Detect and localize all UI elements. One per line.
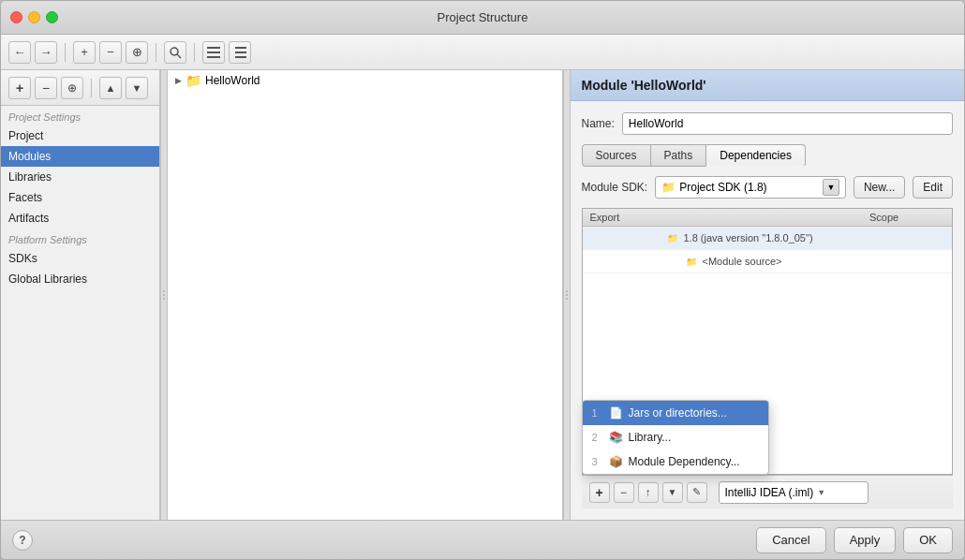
sidebar-item-sdks[interactable]: SDKs (1, 248, 159, 269)
svg-rect-7 (235, 56, 246, 58)
minimize-button[interactable] (28, 11, 40, 23)
deps-remove-button[interactable]: − (614, 482, 634, 503)
search-button[interactable] (164, 41, 186, 64)
export-select[interactable]: IntelliJ IDEA (.iml) ▼ (719, 481, 868, 504)
sidebar-item-facets[interactable]: Facets (1, 187, 159, 208)
tab-dependencies-label: Dependencies (720, 149, 792, 162)
collapse-button[interactable] (229, 41, 251, 64)
add-button[interactable]: + (73, 41, 96, 64)
name-input[interactable] (622, 112, 953, 135)
left-move-up-button[interactable]: ▲ (99, 77, 122, 99)
footer: ? Cancel Apply OK (1, 520, 964, 559)
tab-dependencies[interactable]: Dependencies (705, 144, 806, 167)
sdk-select[interactable]: 📁 Project SDK (1.8) ▼ (655, 176, 846, 199)
dropdown-item-library-label: Library... (629, 431, 672, 444)
dropdown-item-jars-icon: 📄 (609, 406, 623, 420)
col-scope: Scope (869, 212, 944, 223)
toolbar-separator-2 (156, 43, 156, 62)
tree-item-helloworld[interactable]: ▶ 📁 HelloWorld (168, 70, 562, 91)
module-body: Name: Sources Paths Dependencies (571, 101, 965, 520)
left-panel: + − ⊕ ▲ ▼ Project Settings Project Modul… (1, 70, 160, 520)
src-label: <Module source> (703, 256, 782, 267)
main-toolbar: ← → + − ⊕ (1, 35, 964, 70)
back-button[interactable]: ← (8, 41, 31, 64)
sidebar-item-global-libraries[interactable]: Global Libraries (1, 269, 159, 289)
right-panel: Module 'HelloWorld' Name: Sources Paths (571, 70, 965, 520)
sidebar-item-sdks-label: SDKs (8, 252, 37, 265)
sidebar-item-libraries[interactable]: Libraries (1, 167, 159, 187)
left-toolbar: + − ⊕ ▲ ▼ (1, 70, 159, 106)
splitter-dots (163, 290, 165, 300)
forward-button[interactable]: → (35, 41, 57, 64)
footer-left: ? (12, 530, 33, 551)
deps-row-module-src[interactable]: 📁 <Module source> (583, 250, 953, 273)
window-controls (10, 11, 58, 23)
add-dropdown-menu: 1 📄 Jars or directories... 2 📚 Library..… (582, 400, 769, 475)
svg-rect-6 (235, 52, 246, 53)
left-copy-button[interactable]: ⊕ (61, 77, 83, 99)
svg-rect-5 (235, 47, 246, 49)
sidebar: Project Settings Project Modules Librari… (1, 106, 160, 289)
platform-settings-label: Platform Settings (1, 228, 159, 248)
footer-right: Cancel Apply OK (756, 527, 953, 553)
sidebar-item-project[interactable]: Project (1, 125, 159, 146)
name-row: Name: (582, 112, 954, 135)
col-export: Export (590, 212, 665, 223)
svg-line-1 (177, 54, 181, 58)
export-selector: IntelliJ IDEA (.iml) ▼ (719, 481, 868, 504)
cancel-button[interactable]: Cancel (756, 527, 825, 553)
window-title: Project Structure (438, 10, 528, 24)
svg-rect-3 (207, 52, 220, 53)
deps-down-button[interactable]: ▼ (662, 482, 683, 503)
expand-button[interactable] (202, 41, 225, 64)
name-label: Name: (582, 117, 615, 130)
tree-panel: ▶ 📁 HelloWorld (168, 70, 563, 520)
jdk-name-cell: 📁 1.8 (java version "1.8.0_05") (665, 230, 870, 245)
splitter-2[interactable] (563, 70, 571, 520)
deps-row-jdk[interactable]: 📁 1.8 (java version "1.8.0_05") (583, 227, 953, 250)
tree-item-helloworld-label: HelloWorld (205, 74, 260, 87)
tab-sources-label: Sources (596, 149, 637, 162)
deps-add-button[interactable]: + (589, 482, 610, 503)
sidebar-item-modules-label: Modules (8, 150, 51, 163)
tab-sources[interactable]: Sources (582, 144, 650, 167)
svg-point-0 (171, 48, 178, 55)
remove-button[interactable]: − (99, 41, 122, 64)
left-remove-button[interactable]: − (35, 77, 57, 99)
dropdown-item-library[interactable]: 2 📚 Library... (583, 425, 768, 449)
src-name-cell: 📁 <Module source> (684, 254, 870, 269)
title-bar: Project Structure (1, 1, 964, 35)
dropdown-item-jars-label: Jars or directories... (629, 406, 727, 420)
sidebar-item-artifacts[interactable]: Artifacts (1, 208, 159, 228)
dropdown-item-jars[interactable]: 1 📄 Jars or directories... (583, 401, 768, 425)
close-button[interactable] (10, 11, 22, 23)
splitter-2-dots (566, 290, 568, 300)
sdk-label: Module SDK: (582, 181, 648, 194)
src-folder-icon: 📁 (684, 254, 699, 269)
export-dropdown-arrow-icon: ▼ (817, 488, 825, 497)
tree-arrow-icon: ▶ (175, 76, 182, 85)
dropdown-item-module-dep[interactable]: 3 📦 Module Dependency... (583, 449, 768, 474)
dropdown-item-library-icon: 📚 (609, 431, 623, 444)
maximize-button[interactable] (46, 11, 58, 23)
sdk-row: Module SDK: 📁 Project SDK (1.8) ▼ New...… (582, 176, 954, 199)
deps-edit-button[interactable]: ✎ (687, 482, 707, 503)
apply-button[interactable]: Apply (834, 527, 897, 553)
jdk-label: 1.8 (java version "1.8.0_05") (684, 232, 813, 243)
sidebar-item-modules[interactable]: Modules (1, 146, 159, 167)
left-add-button[interactable]: + (8, 77, 31, 99)
left-move-down-button[interactable]: ▼ (126, 77, 148, 99)
copy-button[interactable]: ⊕ (126, 41, 148, 64)
splitter[interactable] (160, 70, 168, 520)
help-button[interactable]: ? (12, 530, 33, 551)
tabs-bar: Sources Paths Dependencies (582, 144, 954, 167)
new-sdk-button[interactable]: New... (854, 176, 905, 199)
deps-table-header: Export Scope (583, 209, 953, 227)
deps-up-button[interactable]: ↑ (638, 482, 659, 503)
tab-paths[interactable]: Paths (650, 144, 706, 167)
ok-button[interactable]: OK (903, 527, 953, 553)
project-settings-label: Project Settings (1, 106, 159, 125)
edit-sdk-button[interactable]: Edit (913, 176, 953, 199)
sdk-dropdown-arrow[interactable]: ▼ (823, 179, 839, 196)
sidebar-item-artifacts-label: Artifacts (8, 212, 49, 225)
